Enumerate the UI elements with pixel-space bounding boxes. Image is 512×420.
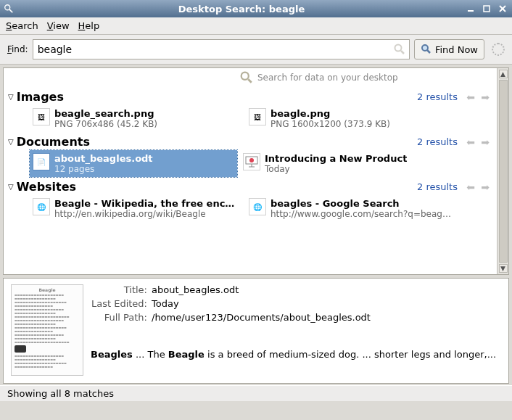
svg-line-7 [401,51,404,54]
result-count: 2 results [417,136,458,147]
status-text: Showing all 8 matches [7,388,114,399]
find-now-button[interactable]: Find Now [414,39,484,59]
svg-point-10 [241,73,249,80]
detail-title-value: about_beagles.odt [152,284,239,295]
prev-page-button[interactable]: ⬅ [463,136,478,148]
titlebar: Desktop Search: beagle [0,0,512,17]
close-button[interactable] [496,3,509,15]
maximize-button[interactable] [480,3,493,15]
result-item[interactable]: 🖼 beagle.png PNG 1600x1200 (373.9 KB) [249,108,456,129]
section-header-websites[interactable]: ▽ Websites 2 results ⬅ ➡ [8,178,492,195]
detail-path-label: Full Path: [91,312,147,323]
window-title: Desktop Search: beagle [19,4,464,15]
section-header-documents[interactable]: ▽ Documents 2 results ⬅ ➡ [8,133,492,150]
svg-point-8 [422,45,428,51]
image-thumb-icon: 🖼 [249,108,266,125]
detail-edited-label: Last Edited: [91,298,147,309]
details-pane: Beagle ▬▬▬▬▬▬▬▬▬▬▬▬▬▬▬▬▬▬ ▬▬▬▬▬▬▬▬▬▬▬▬▬▬… [3,278,509,384]
svg-point-13 [249,158,254,162]
searchbar: Find: Find Now [0,35,512,65]
collapse-icon: ▽ [8,93,14,101]
result-count: 2 results [417,181,458,192]
menu-search[interactable]: Search [6,20,38,31]
find-label: Find: [7,44,28,54]
next-page-button[interactable]: ➡ [478,181,492,193]
app-search-icon [3,3,15,15]
collapse-icon: ▽ [8,138,14,146]
svg-point-0 [5,5,10,10]
svg-line-11 [248,79,252,83]
detail-title-label: Title: [91,284,147,295]
section-header-images[interactable]: ▽ Images 2 results ⬅ ➡ [8,88,492,105]
result-item-selected[interactable]: 📄 about_beagles.odt 12 pages [30,150,237,177]
presentation-thumb-icon [243,153,260,170]
svg-line-9 [427,50,430,53]
result-item[interactable]: 🌐 beagles - Google Search http://www.goo… [249,198,456,219]
detail-path-value: /home/user123/Documents/about_beagles.od… [152,312,371,323]
search-input[interactable] [33,39,410,59]
result-count: 2 results [417,91,458,102]
detail-excerpt: Beagles ... The Beagle is a breed of med… [91,349,501,360]
svg-point-6 [395,45,401,52]
webpage-thumb-icon: 🌐 [33,198,50,215]
collapse-icon: ▽ [8,183,14,191]
menu-help[interactable]: Help [78,20,100,31]
next-page-button[interactable]: ➡ [478,136,492,148]
vertical-scrollbar[interactable]: ▲ ▼ [497,68,508,274]
result-item[interactable]: 🌐 Beagle - Wikipedia, the free enc... ht… [33,198,240,219]
document-preview: Beagle ▬▬▬▬▬▬▬▬▬▬▬▬▬▬▬▬▬▬ ▬▬▬▬▬▬▬▬▬▬▬▬▬▬… [11,284,83,376]
webpage-thumb-icon: 🌐 [249,198,266,215]
status-bar: Showing all 8 matches [0,385,512,401]
svg-line-1 [9,9,12,12]
next-page-button[interactable]: ➡ [478,91,492,103]
scroll-up-icon[interactable]: ▲ [499,70,508,78]
prev-page-button[interactable]: ⬅ [463,181,478,193]
detail-edited-value: Today [152,298,179,309]
menu-view[interactable]: View [47,20,70,31]
spinner-icon [492,43,505,56]
scroll-down-icon[interactable]: ▼ [499,264,508,273]
top-description: Search for data on your desktop [257,73,398,83]
image-thumb-icon: 🖼 [33,108,50,125]
document-thumb-icon: 📄 [33,153,50,170]
menubar: Search View Help [0,17,512,35]
scroll-thumb[interactable] [499,80,508,263]
result-item[interactable]: Introducing a New Product Today [243,153,450,174]
svg-rect-3 [484,6,490,12]
search-icon [394,44,405,55]
prev-page-button[interactable]: ⬅ [463,91,478,103]
results-pane: Search for data on your desktop ▽ Images… [3,67,509,275]
search-icon [240,71,253,84]
result-item[interactable]: 🖼 beagle_search.png PNG 706x486 (45.2 KB… [33,108,240,129]
minimize-button[interactable] [464,3,477,15]
